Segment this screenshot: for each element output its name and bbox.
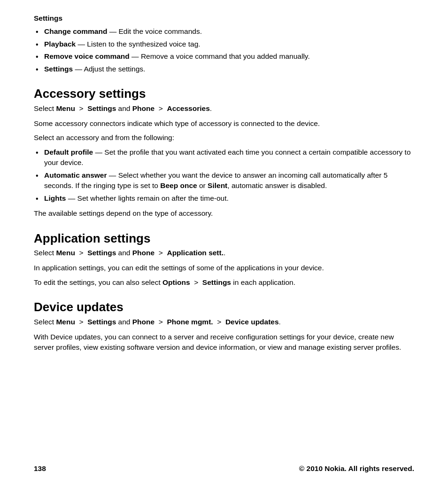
accessory-heading: Accessory settings: [34, 86, 414, 101]
bullet-desc: — Adjust the settings.: [73, 65, 145, 73]
list-item: Playback — Listen to the synthesized voi…: [34, 39, 414, 49]
bullet-term: Lights: [44, 194, 66, 202]
page: Settings Change command — Edit the voice…: [0, 0, 448, 487]
application-heading: Application settings: [34, 231, 414, 246]
list-item: Remove voice command — Remove a voice co…: [34, 51, 414, 62]
bullet-term: Playback: [44, 40, 76, 48]
device-updates-section: Device updates Select Menu > Settings an…: [34, 300, 414, 353]
bullet-term: Default profile: [44, 148, 93, 156]
bullet-desc: — Remove a voice command that you added …: [130, 52, 310, 60]
device-updates-heading: Device updates: [34, 300, 414, 314]
bullet-term: Settings: [44, 65, 73, 73]
intro-label: Settings: [34, 13, 414, 24]
accessory-footer: The available settings depend on the typ…: [34, 208, 414, 219]
application-section: Application settings Select Menu > Setti…: [34, 231, 414, 288]
device-updates-nav: Select Menu > Settings and Phone > Phone…: [34, 317, 414, 327]
bullet-desc: — Edit the voice commands.: [107, 27, 202, 35]
accessory-body-1: Some accessory connectors indicate which…: [34, 118, 414, 129]
bullet-term: Automatic answer: [44, 171, 107, 179]
page-number: 138: [34, 463, 46, 474]
page-footer: 138 © 2010 Nokia. All rights reserved.: [34, 463, 414, 474]
list-item: Lights — Set whether lights remain on af…: [34, 193, 414, 204]
bullet-desc: — Set whether lights remain on after the…: [66, 194, 229, 202]
bullet-desc: — Set the profile that you want activate…: [44, 148, 411, 166]
application-body-2: To edit the settings, you can also selec…: [34, 277, 414, 288]
list-item: Change command — Edit the voice commands…: [34, 26, 414, 37]
copyright-text: © 2010 Nokia. All rights reserved.: [299, 463, 414, 474]
bullet-term: Change command: [44, 27, 107, 35]
intro-bullet-list: Change command — Edit the voice commands…: [34, 26, 414, 74]
list-item: Settings — Adjust the settings.: [34, 64, 414, 74]
intro-section: Settings Change command — Edit the voice…: [34, 13, 414, 74]
accessory-body-2: Select an accessory and from the followi…: [34, 133, 414, 143]
accessory-section: Accessory settings Select Menu > Setting…: [34, 86, 414, 219]
device-updates-body: With Device updates, you can connect to …: [34, 332, 414, 353]
accessory-bullet-list: Default profile — Set the profile that y…: [34, 147, 414, 204]
application-body-1: In application settings, you can edit th…: [34, 263, 414, 273]
list-item: Automatic answer — Select whether you wa…: [34, 170, 414, 191]
accessory-nav: Select Menu > Settings and Phone > Acces…: [34, 103, 414, 114]
bullet-term: Remove voice command: [44, 52, 130, 60]
bullet-desc: — Listen to the synthesized voice tag.: [76, 40, 200, 48]
application-nav: Select Menu > Settings and Phone > Appli…: [34, 248, 414, 258]
list-item: Default profile — Set the profile that y…: [34, 147, 414, 168]
